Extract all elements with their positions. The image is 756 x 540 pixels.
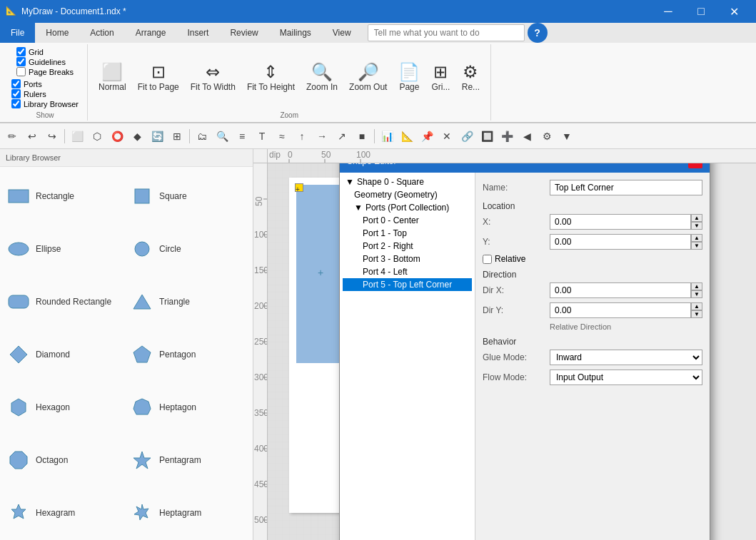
tree-port1[interactable]: Port 1 - Top (343, 227, 472, 240)
shape-item-pentagram[interactable]: Pentagram (126, 434, 250, 486)
tool-fill[interactable]: ■ (353, 127, 371, 146)
dirx-spin-down[interactable]: ▼ (691, 290, 702, 298)
tool-redo[interactable]: ↪ (43, 127, 61, 146)
fit-to-page-btn[interactable]: ⊡ Fit to Page (133, 60, 184, 96)
y-spin-up[interactable]: ▲ (691, 234, 702, 242)
tab-mailings[interactable]: Mailings (269, 23, 322, 43)
normal-btn[interactable]: ⬜ Normal (94, 60, 131, 96)
glue-mode-select[interactable]: Inward Outward Both None (550, 350, 702, 365)
minimize-button[interactable]: ─ (652, 0, 685, 23)
tree-port2[interactable]: Port 2 - Right (343, 240, 472, 253)
tool-undo[interactable]: ↩ (23, 127, 41, 146)
tool-ellipse[interactable]: ⭕ (108, 127, 126, 146)
diry-input[interactable] (550, 302, 691, 318)
tab-view[interactable]: View (322, 23, 362, 43)
tool-chart[interactable]: 📊 (378, 127, 396, 146)
shape-item-rectangle[interactable]: Rectangle (3, 170, 126, 223)
shape-item-triangle[interactable]: Triangle (126, 275, 250, 328)
librarybrowser-checkbox[interactable] (11, 99, 21, 108)
tool-wave[interactable]: ≈ (273, 127, 291, 146)
shape-item-hexagon[interactable]: Hexagon (3, 381, 126, 434)
shape-item-heptagram[interactable]: Heptagram (126, 486, 250, 539)
help-button[interactable]: ? (528, 23, 548, 43)
tool-list[interactable]: ≡ (233, 127, 251, 146)
tool-shape[interactable]: ◆ (128, 127, 146, 146)
tab-home[interactable]: Home (35, 23, 79, 43)
name-input[interactable] (550, 180, 702, 195)
re-btn[interactable]: ⚙ Re... (456, 60, 485, 96)
guidelines-checkbox-label[interactable]: Guidelines (16, 57, 74, 66)
tool-layers[interactable]: 🗂 (193, 127, 211, 146)
diry-spin-up[interactable]: ▲ (691, 302, 702, 310)
tool-up[interactable]: ↑ (293, 127, 311, 146)
shape-editor-dialog[interactable]: Shape Editor ✕ ▼ Shape 0 - Square Geomet… (339, 149, 710, 540)
tool-delete[interactable]: ✕ (438, 127, 456, 146)
zoom-out-btn[interactable]: 🔎 Zoom Out (344, 60, 392, 96)
ports-checkbox-label[interactable]: Ports (11, 79, 79, 88)
x-spin-up[interactable]: ▲ (691, 214, 702, 222)
tool-select[interactable]: ⬜ (68, 127, 86, 146)
grid-checkbox-label[interactable]: Grid (16, 47, 74, 56)
tree-port5[interactable]: Port 5 - Top Left Corner (343, 278, 472, 291)
x-spin-down[interactable]: ▼ (691, 222, 702, 230)
close-button[interactable]: ✕ (717, 0, 750, 23)
maximize-button[interactable]: □ (685, 0, 717, 23)
dirx-spin-up[interactable]: ▲ (691, 282, 702, 290)
grid-checkbox[interactable] (16, 47, 26, 56)
tab-insert[interactable]: Insert (176, 23, 219, 43)
shape-item-roundrect[interactable]: Rounded Rectangle (3, 275, 126, 328)
tool-back[interactable]: ◀ (518, 127, 536, 146)
shape-item-heptagon[interactable]: Heptagon (126, 381, 250, 434)
tool-link[interactable]: 🔗 (458, 127, 476, 146)
shape-item-square[interactable]: Square (126, 170, 250, 223)
guidelines-checkbox[interactable] (16, 57, 26, 66)
shape-item-pentagon[interactable]: Pentagon (126, 328, 250, 381)
shape-item-octagon[interactable]: Octagon (3, 434, 126, 486)
relative-checkbox[interactable] (483, 255, 492, 264)
rulers-checkbox-label[interactable]: Rulers (11, 89, 79, 98)
tool-grid2[interactable]: ⊞ (168, 127, 186, 146)
tool-right[interactable]: → (313, 127, 331, 146)
flow-mode-select[interactable]: Input Output Input Output None (550, 370, 702, 385)
shape-item-diamond[interactable]: Diamond (3, 328, 126, 381)
y-spin-down[interactable]: ▼ (691, 242, 702, 250)
tool-measure[interactable]: 📐 (398, 127, 416, 146)
librarybrowser-checkbox-label[interactable]: Library Browser (11, 99, 79, 108)
dirx-input[interactable] (550, 282, 691, 298)
tool-pin[interactable]: 📌 (418, 127, 436, 146)
fit-to-width-btn[interactable]: ⇔ Fit To Width (186, 60, 241, 96)
shape-item-hexagram[interactable]: Hexagram (3, 486, 126, 539)
tree-port4[interactable]: Port 4 - Left (343, 265, 472, 278)
tree-ports[interactable]: ▼ Ports (Port Collection) (343, 201, 472, 214)
tree-shape0[interactable]: ▼ Shape 0 - Square (343, 175, 472, 188)
tree-geometry[interactable]: Geometry (Geometry) (343, 188, 472, 201)
tab-arrange[interactable]: Arrange (125, 23, 177, 43)
tool-poly[interactable]: ⬡ (88, 127, 106, 146)
shape-item-ellipse[interactable]: Ellipse (3, 223, 126, 275)
pagebreaks-checkbox[interactable] (16, 67, 26, 76)
zoom-in-btn[interactable]: 🔍 Zoom In (301, 60, 343, 96)
pagebreaks-checkbox-label[interactable]: Page Breaks (16, 67, 74, 76)
grid-btn[interactable]: ⊞ Gri... (426, 60, 455, 96)
tool-add[interactable]: ➕ (498, 127, 516, 146)
ports-checkbox[interactable] (11, 79, 21, 88)
tool-text[interactable]: T (253, 127, 271, 146)
tool-more[interactable]: ▼ (558, 127, 576, 146)
tool-search[interactable]: 🔍 (213, 127, 231, 146)
x-input[interactable] (550, 214, 691, 230)
tab-file[interactable]: File (0, 23, 35, 43)
shape-item-circle[interactable]: Circle (126, 223, 250, 275)
tool-rotate[interactable]: 🔄 (148, 127, 166, 146)
y-input[interactable] (550, 234, 691, 250)
tab-review[interactable]: Review (219, 23, 268, 43)
tool-config[interactable]: ⚙ (538, 127, 556, 146)
page-btn[interactable]: 📄 Page (393, 60, 425, 96)
tree-port0[interactable]: Port 0 - Center (343, 214, 472, 227)
fit-to-height-btn[interactable]: ⇕ Fit To Height (242, 60, 300, 96)
tool-edit[interactable]: ✏ (3, 127, 21, 146)
tree-port3[interactable]: Port 3 - Bottom (343, 253, 472, 265)
tool-diag[interactable]: ↗ (333, 127, 351, 146)
search-input[interactable] (368, 24, 525, 41)
rulers-checkbox[interactable] (11, 89, 21, 98)
diry-spin-down[interactable]: ▼ (691, 310, 702, 318)
